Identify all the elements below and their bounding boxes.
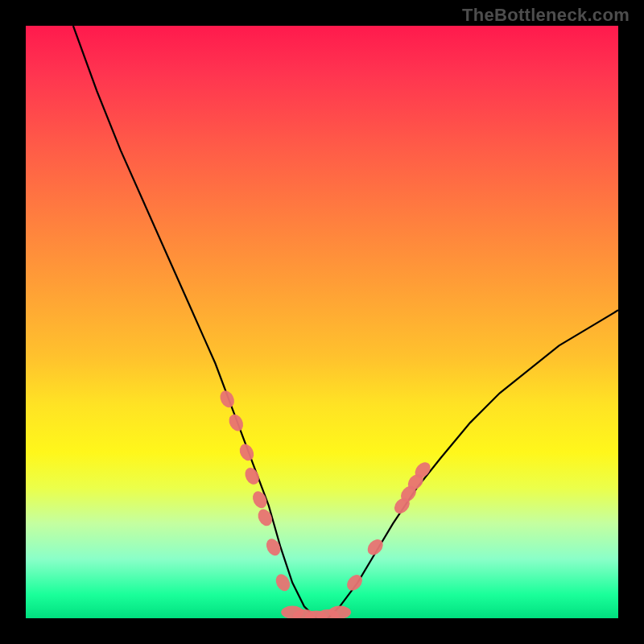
marker-group [217,388,433,618]
marker-left-1 [226,412,246,434]
marker-left-3 [242,465,262,487]
chart-frame [26,26,618,618]
marker-bottom-4 [328,606,351,618]
curve-line [73,26,618,618]
watermark-text: TheBottleneck.com [462,5,630,26]
marker-left-2 [237,441,256,463]
bottleneck-curve-plot [26,26,618,618]
marker-left-0 [217,388,237,410]
